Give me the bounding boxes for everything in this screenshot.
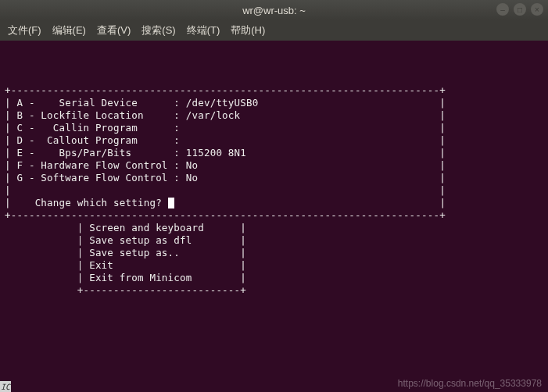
config-row-hw-flow-control: | F - Hardware Flow Control : No | [5,159,446,171]
menu-view[interactable]: 查看(V) [92,22,135,39]
close-button[interactable]: × [531,3,543,16]
blank-line [5,72,11,84]
submenu-border-bottom: +--------------------------+ [5,284,246,296]
window-title: wr@wr-usb: ~ [242,5,306,16]
text-cursor [168,198,174,208]
blank-line [5,59,11,71]
config-row-sw-flow-control: | G - Software Flow Control : No | [5,172,446,184]
menu-help[interactable]: 帮助(H) [226,22,270,39]
menu-terminal[interactable]: 终端(T) [182,22,225,39]
config-row-bps-par-bits: | E - Bps/Par/Bits : 115200 8N1 | [5,147,446,159]
config-row-callout-program: | D - Callout Program : | [5,134,446,146]
submenu-save-as: | Save setup as.. | [5,247,246,258]
config-row-callin-program: | C - Callin Program : | [5,122,446,134]
terminal-area[interactable]: +---------------------------------------… [0,41,548,392]
menubar: 文件(F) 编辑(E) 查看(V) 搜索(S) 终端(T) 帮助(H) [0,20,548,41]
config-prompt-post: | [174,197,446,208]
window-titlebar: wr@wr-usb: ~ – □ × [0,0,548,20]
window-controls: – □ × [496,3,543,16]
watermark-text: https://blog.csdn.net/qq_35333978 [398,378,542,389]
submenu-screen-keyboard: | Screen and keyboard | [5,222,246,233]
config-border-bottom: +---------------------------------------… [5,209,446,221]
config-prompt-pre: | Change which setting? [5,197,168,208]
config-row-lockfile-location: | B - Lockfile Location : /var/lock | [5,109,446,121]
menu-search[interactable]: 搜索(S) [137,22,180,39]
minimize-button[interactable]: – [496,3,509,16]
config-row-serial-device: | A - Serial Device : /dev/ttyUSB0 | [5,97,446,109]
menu-file[interactable]: 文件(F) [3,22,46,39]
config-prompt-row: | Change which setting? | [5,197,446,208]
config-blank-row: | | [5,184,446,196]
corner-badge: IC [0,381,11,392]
blank-line [5,47,11,59]
submenu-save-dfl: | Save setup as dfl | [5,234,246,246]
menu-edit[interactable]: 编辑(E) [48,22,91,39]
submenu-exit: | Exit | [5,259,246,271]
submenu-exit-minicom: | Exit from Minicom | [5,272,246,283]
config-border-top: +---------------------------------------… [5,84,446,96]
maximize-button[interactable]: □ [514,3,526,16]
